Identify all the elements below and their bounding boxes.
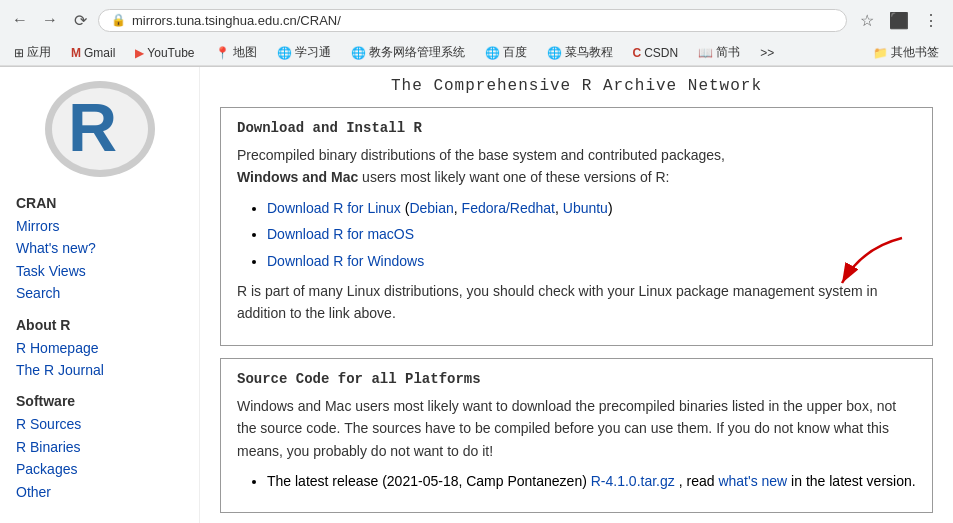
link-fedora[interactable]: Fedora/Redhat — [462, 200, 555, 216]
main-content: The Comprehensive R Archive Network Down… — [200, 67, 953, 523]
bookmark-runoob[interactable]: 🌐菜鸟教程 — [541, 42, 619, 63]
list-item-latest-release: The latest release (2021-05-18, Camp Pon… — [267, 470, 916, 492]
svg-text:R: R — [68, 89, 117, 165]
address-bar[interactable]: 🔒 mirrors.tuna.tsinghua.edu.cn/CRAN/ — [98, 9, 847, 32]
cran-heading: CRAN — [16, 195, 183, 211]
sidebar: R CRAN Mirrors What's new? Task Views Se… — [0, 67, 200, 523]
release-text2: , read — [679, 473, 715, 489]
sidebar-link-other[interactable]: Other — [16, 481, 183, 503]
sidebar-link-r-journal[interactable]: The R Journal — [16, 359, 183, 381]
bookmark-maps[interactable]: 📍地图 — [209, 42, 263, 63]
nav-icons: ☆ ⬛ ⋮ — [853, 6, 945, 34]
lock-icon: 🔒 — [111, 13, 126, 27]
reload-button[interactable]: ⟳ — [68, 8, 92, 32]
release-text: The latest release (2021-05-18, Camp Pon… — [267, 473, 587, 489]
bookmark-jianshu[interactable]: 📖简书 — [692, 42, 746, 63]
arrow-annotation — [792, 228, 912, 308]
extension-button[interactable]: ⬛ — [885, 6, 913, 34]
sidebar-link-task-views[interactable]: Task Views — [16, 260, 183, 282]
link-download-macos[interactable]: Download R for macOS — [267, 226, 414, 242]
bookmark-gmail[interactable]: MGmail — [65, 44, 121, 62]
link-tarball[interactable]: R-4.1.0.tar.gz — [591, 473, 675, 489]
nav-bar: ← → ⟳ 🔒 mirrors.tuna.tsinghua.edu.cn/CRA… — [0, 0, 953, 40]
download-install-box: Download and Install R Precompiled binar… — [220, 107, 933, 346]
link-ubuntu[interactable]: Ubuntu — [563, 200, 608, 216]
download-box-title: Download and Install R — [237, 120, 916, 136]
cran-section: CRAN Mirrors What's new? Task Views Sear… — [16, 195, 183, 305]
sidebar-link-r-sources[interactable]: R Sources — [16, 413, 183, 435]
sidebar-link-packages[interactable]: Packages — [16, 458, 183, 480]
page-title: The Comprehensive R Archive Network — [220, 77, 933, 95]
list-item-linux: Download R for Linux (Debian, Fedora/Red… — [267, 197, 916, 219]
bookmark-csdn[interactable]: CCSDN — [627, 44, 685, 62]
forward-button[interactable]: → — [38, 8, 62, 32]
bookmark-more[interactable]: >> — [754, 44, 780, 62]
source-code-box: Source Code for all Platforms Windows an… — [220, 358, 933, 514]
bookmark-youtube[interactable]: ▶YouTube — [129, 44, 200, 62]
release-text3: in the latest version. — [791, 473, 916, 489]
download-text-bold: Windows and Mac — [237, 169, 358, 185]
link-whats-new[interactable]: what's new — [718, 473, 787, 489]
download-text-part2: users most likely want one of these vers… — [358, 169, 669, 185]
url-display: mirrors.tuna.tsinghua.edu.cn/CRAN/ — [132, 13, 341, 28]
sidebar-link-r-homepage[interactable]: R Homepage — [16, 337, 183, 359]
bookmark-baidu[interactable]: 🌐百度 — [479, 42, 533, 63]
r-logo-container: R — [16, 79, 183, 179]
bookmark-other[interactable]: 📁其他书签 — [867, 42, 945, 63]
bookmark-xuexi[interactable]: 🌐学习通 — [271, 42, 337, 63]
bookmark-apps[interactable]: ⊞应用 — [8, 42, 57, 63]
menu-button[interactable]: ⋮ — [917, 6, 945, 34]
software-heading: Software — [16, 393, 183, 409]
download-box-text1: Precompiled binary distributions of the … — [237, 144, 916, 189]
source-box-text1: Windows and Mac users most likely want t… — [237, 395, 916, 462]
source-links-list: The latest release (2021-05-18, Camp Pon… — [237, 470, 916, 492]
back-button[interactable]: ← — [8, 8, 32, 32]
sidebar-link-r-binaries[interactable]: R Binaries — [16, 436, 183, 458]
about-section: About R R Homepage The R Journal — [16, 317, 183, 382]
bookmark-jwgl[interactable]: 🌐教务网络管理系统 — [345, 42, 471, 63]
source-box-title: Source Code for all Platforms — [237, 371, 916, 387]
bookmarks-bar: ⊞应用 MGmail ▶YouTube 📍地图 🌐学习通 🌐教务网络管理系统 🌐… — [0, 40, 953, 66]
about-heading: About R — [16, 317, 183, 333]
link-debian[interactable]: Debian — [409, 200, 453, 216]
r-logo: R — [40, 79, 160, 179]
link-download-windows[interactable]: Download R for Windows — [267, 253, 424, 269]
page-content: R CRAN Mirrors What's new? Task Views Se… — [0, 67, 953, 523]
bookmark-star-button[interactable]: ☆ — [853, 6, 881, 34]
browser-chrome: ← → ⟳ 🔒 mirrors.tuna.tsinghua.edu.cn/CRA… — [0, 0, 953, 67]
software-section: Software R Sources R Binaries Packages O… — [16, 393, 183, 503]
sidebar-link-whats-new[interactable]: What's new? — [16, 237, 183, 259]
sidebar-link-mirrors[interactable]: Mirrors — [16, 215, 183, 237]
link-download-linux[interactable]: Download R for Linux — [267, 200, 401, 216]
sidebar-link-search[interactable]: Search — [16, 282, 183, 304]
download-text-part1: Precompiled binary distributions of the … — [237, 147, 725, 163]
